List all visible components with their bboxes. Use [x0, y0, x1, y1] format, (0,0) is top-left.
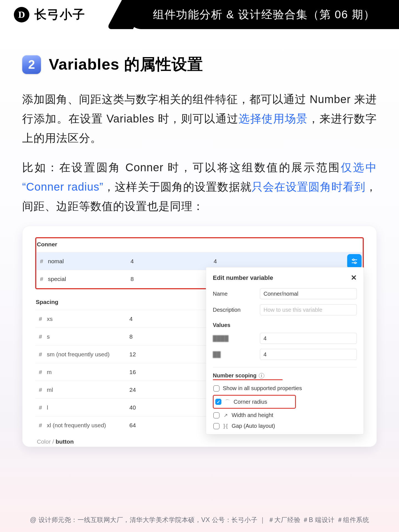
svg-point-3: [354, 262, 356, 264]
scope-option[interactable]: Show in all supported properties: [213, 383, 357, 394]
header-title: 组件功能分析 & 设计经验合集（第 06 期）: [127, 0, 399, 29]
variables-panel: Conner # nomal 4 4 # special: [29, 232, 370, 447]
checkbox[interactable]: [213, 412, 219, 418]
checkbox-checked[interactable]: ✓: [215, 399, 221, 405]
highlight: 只会在设置圆角时看到: [252, 181, 365, 193]
hash-icon: #: [37, 422, 44, 428]
header: D 长弓小子 组件功能分析 & 设计经验合集（第 06 期）: [0, 0, 399, 29]
hash-icon: #: [37, 351, 44, 357]
hash-icon: #: [37, 316, 44, 322]
variable-name-cell: # special: [36, 276, 131, 282]
hash-icon: #: [39, 276, 45, 282]
scope-option[interactable]: ]·[ Gap (Auto layout): [213, 421, 357, 431]
collection-path: Color / button: [35, 434, 364, 447]
dimensions-icon: ↗: [223, 412, 228, 418]
mode-label-blurred: ██: [213, 351, 254, 358]
description-label: Description: [213, 307, 254, 313]
hash-icon: #: [37, 387, 44, 393]
variable-settings-button[interactable]: [347, 254, 362, 268]
value-input[interactable]: 4: [260, 349, 357, 360]
description-input[interactable]: How to use this variable: [260, 304, 357, 315]
mode-label-blurred: ████: [213, 335, 254, 342]
brand-name: 长弓小子: [34, 6, 85, 23]
hash-icon: #: [37, 369, 44, 375]
highlight: 选择使用场景: [239, 112, 308, 125]
paragraph-2: 比如：在设置圆角 Conner 时，可以将这组数值的展示范围仅选中 “Conne…: [22, 158, 377, 216]
section-heading: Variables 的属性设置: [49, 54, 203, 75]
brand-wrap: D 长弓小子: [0, 6, 85, 23]
popover-title: Edit number variable: [213, 274, 273, 282]
variable-name-cell: # nomal: [36, 258, 131, 265]
section-title: 2 Variables 的属性设置: [22, 54, 377, 75]
checkbox[interactable]: [213, 423, 219, 429]
value-input[interactable]: 4: [260, 333, 357, 344]
section-number-badge: 2: [22, 55, 41, 74]
paragraph-1: 添加圆角、间距这类与数字相关的组件特征，都可以通过 Number 来进行添加。在…: [22, 89, 377, 148]
variable-value-cell: 4: [214, 258, 347, 265]
logo-icon: D: [14, 7, 29, 22]
annotation-underline: [213, 379, 283, 380]
scope-option[interactable]: ↗ Width and height: [213, 410, 357, 421]
name-label: Name: [213, 291, 254, 297]
scope-option[interactable]: ✓ ⌒ Corner radius: [215, 396, 294, 407]
svg-point-1: [353, 259, 354, 260]
article-body: 2 Variables 的属性设置 添加圆角、间距这类与数字相关的组件特征，都可…: [0, 29, 399, 447]
footer-credits: @ 设计师元尧：一线互联网大厂，清华大学美术学院本硕，VX 公号：长弓小子 ｜ …: [0, 516, 399, 524]
variable-value-cell: 4: [131, 258, 214, 265]
hash-icon: #: [39, 258, 45, 264]
variable-value-cell: 8: [131, 276, 214, 282]
group-title-conner: Conner: [36, 239, 363, 252]
corner-radius-icon: ⌒: [225, 398, 230, 405]
highlight-box-red: ✓ ⌒ Corner radius: [213, 395, 296, 409]
values-heading: Values: [213, 322, 357, 328]
edit-variable-popover: Edit number variable ✕ Name Conner/nomal…: [206, 267, 364, 434]
hash-icon: #: [37, 334, 44, 340]
close-icon[interactable]: ✕: [351, 273, 357, 282]
figure-screenshot: Conner # nomal 4 4 # special: [22, 226, 377, 447]
checkbox[interactable]: [213, 385, 219, 392]
gap-icon: ]·[: [223, 423, 228, 429]
info-icon[interactable]: i: [259, 373, 264, 378]
scoping-heading: Number scoping i: [213, 367, 357, 379]
name-input[interactable]: Conner/nomal: [260, 288, 357, 299]
hash-icon: #: [37, 405, 44, 411]
